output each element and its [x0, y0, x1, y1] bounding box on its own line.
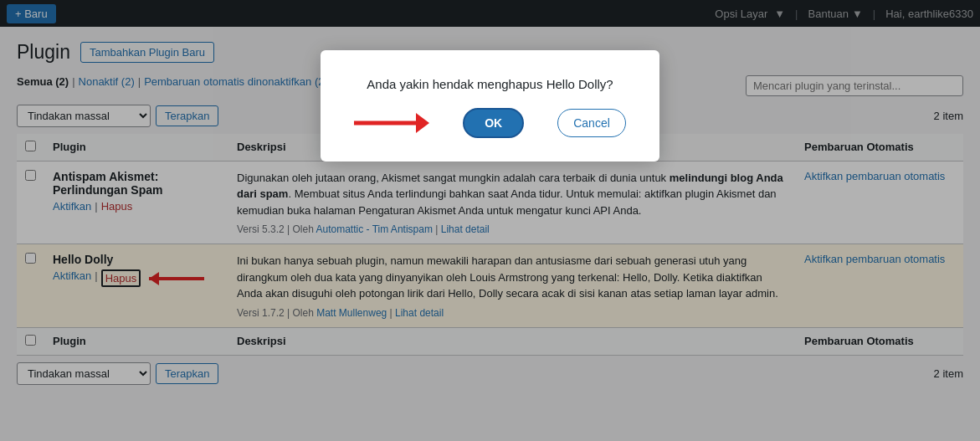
- modal-dialog: Anda yakin hendak menghapus Hello Dolly?…: [321, 50, 659, 162]
- modal-cancel-button[interactable]: Cancel: [557, 109, 626, 137]
- modal-actions: OK Cancel: [354, 108, 626, 138]
- modal-ok-button[interactable]: OK: [463, 108, 524, 138]
- modal-arrow-indicator: [354, 111, 429, 135]
- modal-message: Anda yakin hendak menghapus Hello Dolly?: [354, 77, 626, 91]
- modal-overlay: Anda yakin hendak menghapus Hello Dolly?…: [0, 0, 980, 441]
- arrow-graphic: [354, 111, 429, 135]
